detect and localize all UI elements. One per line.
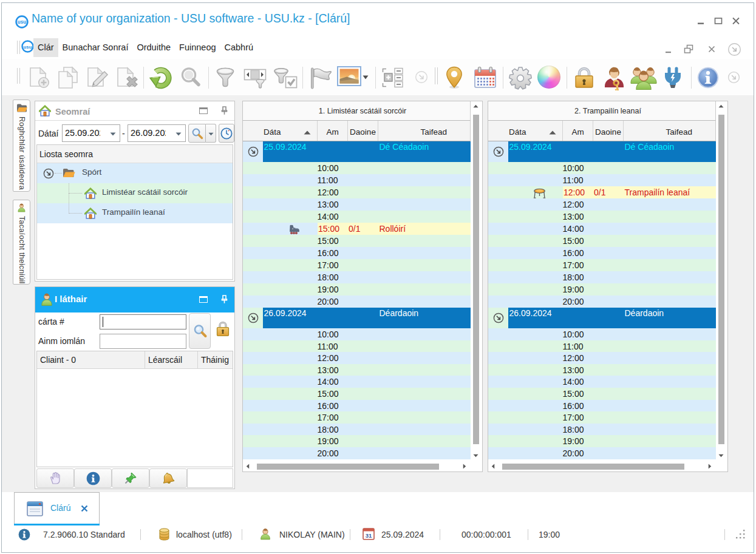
menu-item-cabhru[interactable]: Cabhrú xyxy=(220,38,258,57)
schedule-date-row[interactable]: 25.09.2024Dé Céadaoin xyxy=(243,141,471,162)
image-dropdown-arrow[interactable] xyxy=(363,75,369,79)
column-data[interactable]: Dáta xyxy=(263,121,318,141)
schedule-time-row[interactable]: 19:00 xyxy=(243,435,471,447)
scroll-right-arrow[interactable] xyxy=(460,462,468,470)
rooms-search-button[interactable] xyxy=(188,124,206,143)
scroll-left-arrow[interactable] xyxy=(243,462,251,470)
expand-tree-icon[interactable] xyxy=(380,66,404,89)
padlock-icon[interactable] xyxy=(216,320,230,337)
schedule-time-row[interactable]: 11:00 xyxy=(488,340,716,353)
toolbar-drag-handle[interactable] xyxy=(17,68,20,84)
full-name-input[interactable] xyxy=(100,334,186,349)
present-panel-maximize[interactable] xyxy=(199,296,208,303)
schedule-time-row[interactable]: 19:00 xyxy=(488,283,716,296)
scroll-down-arrow[interactable] xyxy=(472,451,480,459)
tree-item-sport[interactable]: Spórt xyxy=(37,163,233,183)
scroll-down-arrow[interactable] xyxy=(717,451,725,459)
tree-item-limistear[interactable]: Limistéar scátáil sorcóir xyxy=(37,183,233,203)
collapse-disabled-icon[interactable] xyxy=(415,70,428,84)
schedule-time-row[interactable]: 16:00 xyxy=(488,247,716,259)
schedule-time-row[interactable]: 20:00 xyxy=(243,447,471,459)
date-to-dropdown[interactable]: 26.09.2024 xyxy=(128,124,186,142)
column-data[interactable]: Dáta xyxy=(508,121,563,141)
info-icon[interactable] xyxy=(696,66,720,89)
rooms-panel-maximize[interactable] xyxy=(199,107,208,114)
schedule-time-row[interactable]: 13:00 xyxy=(488,211,716,223)
tree-collapse-icon[interactable] xyxy=(43,168,54,179)
column-daoine[interactable]: Daoine xyxy=(348,121,378,141)
maximize-button[interactable] xyxy=(712,15,724,27)
horizontal-scrollbar[interactable] xyxy=(243,462,468,470)
schedule-time-row[interactable]: 17:00 xyxy=(488,259,716,271)
scrollbar-thumb[interactable] xyxy=(718,115,724,444)
delete-record-icon[interactable] xyxy=(116,66,139,89)
schedule-time-row[interactable]: 18:00 xyxy=(488,271,716,283)
new-record-icon[interactable] xyxy=(29,66,50,89)
toolbar-drag-handle[interactable] xyxy=(435,67,438,84)
scroll-up-arrow[interactable] xyxy=(717,102,725,110)
column-am[interactable]: Am xyxy=(563,121,593,141)
present-panel-pin[interactable] xyxy=(220,295,228,304)
schedule-time-row[interactable]: 19:00 xyxy=(488,435,716,447)
edit-record-icon[interactable] xyxy=(86,66,109,89)
tree-item-trampailin[interactable]: Trampailín leanaí xyxy=(37,203,233,223)
schedule-time-row[interactable]: 14:00 xyxy=(243,211,471,223)
schedule-time-row[interactable]: 13:00 xyxy=(243,364,471,376)
schedule-booking-row[interactable]: 12:000/1Trampailín leanaí xyxy=(488,186,716,198)
card-number-input[interactable] xyxy=(100,314,186,329)
flag-icon[interactable] xyxy=(308,66,334,90)
schedule-time-row[interactable]: 11:00 xyxy=(488,174,716,186)
scrollbar-thumb[interactable] xyxy=(473,115,479,444)
bell-button[interactable] xyxy=(149,468,187,488)
column-am[interactable]: Am xyxy=(318,121,348,141)
filter-icon[interactable] xyxy=(214,66,236,89)
user-group-icon[interactable] xyxy=(630,66,657,90)
schedule-time-row[interactable]: 11:00 xyxy=(243,174,471,186)
horizontal-scrollbar[interactable] xyxy=(489,462,713,470)
calendar-icon[interactable] xyxy=(474,66,497,89)
hand-button[interactable] xyxy=(36,468,74,488)
schedule-time-row[interactable]: 10:00 xyxy=(243,328,471,340)
schedule-time-row[interactable]: 18:00 xyxy=(488,424,716,436)
schedule-time-row[interactable]: 14:00 xyxy=(488,223,716,235)
settings-gear-icon[interactable] xyxy=(508,66,533,90)
plugin-icon[interactable] xyxy=(662,66,684,90)
scroll-left-arrow[interactable] xyxy=(489,462,497,470)
schedule-time-row[interactable]: 12:00 xyxy=(488,198,716,211)
schedule-time-row[interactable]: 16:00 xyxy=(243,247,471,259)
pin-button[interactable] xyxy=(112,468,149,488)
menu-item-orduithe[interactable]: Orduithe xyxy=(132,38,175,57)
present-search-button[interactable] xyxy=(189,313,211,349)
info-button[interactable] xyxy=(74,468,112,488)
schedule-time-row[interactable]: 17:00 xyxy=(243,259,471,271)
map-pin-icon[interactable] xyxy=(446,66,463,89)
menu-item-clar[interactable]: Clár xyxy=(33,38,58,57)
schedule-time-row[interactable]: 14:00 xyxy=(488,376,716,388)
row-expand-cell[interactable] xyxy=(488,308,508,328)
schedule-time-row[interactable]: 20:00 xyxy=(488,296,716,308)
row-expand-cell[interactable] xyxy=(243,308,263,328)
filter-checked-icon[interactable] xyxy=(273,66,299,90)
row-expand-cell[interactable] xyxy=(243,141,263,162)
date-from-dropdown[interactable]: 25.09.2024 xyxy=(62,124,120,142)
schedule-time-row[interactable]: 15:00 xyxy=(243,235,471,247)
resize-grip[interactable] xyxy=(732,530,746,540)
tab-claru[interactable]: Clárú xyxy=(14,492,100,524)
schedule-time-row[interactable]: 17:00 xyxy=(488,411,716,424)
schedule-time-row[interactable]: 11:00 xyxy=(243,340,471,353)
rooms-panel-pin[interactable] xyxy=(220,106,228,115)
schedule-time-row[interactable]: 13:00 xyxy=(243,198,471,211)
schedule-time-row[interactable]: 10:00 xyxy=(243,162,471,174)
schedule-time-row[interactable]: 19:00 xyxy=(243,283,471,296)
sidebar-tab-support[interactable]: Tacaíocht theicniúil xyxy=(13,200,30,285)
schedule-time-row[interactable]: 17:00 xyxy=(243,411,471,424)
lock-icon[interactable] xyxy=(573,66,595,89)
scrollbar-thumb[interactable] xyxy=(257,464,439,470)
mdi-restore-button[interactable] xyxy=(683,43,695,55)
row-expand-cell[interactable] xyxy=(488,141,508,162)
column-daoine[interactable]: Daoine xyxy=(593,121,624,141)
rooms-clock-button[interactable] xyxy=(219,124,234,143)
color-wheel-icon[interactable] xyxy=(537,66,560,89)
schedule-time-row[interactable]: 18:00 xyxy=(243,271,471,283)
schedule-date-row[interactable]: 25.09.2024Dé Céadaoin xyxy=(488,141,716,162)
